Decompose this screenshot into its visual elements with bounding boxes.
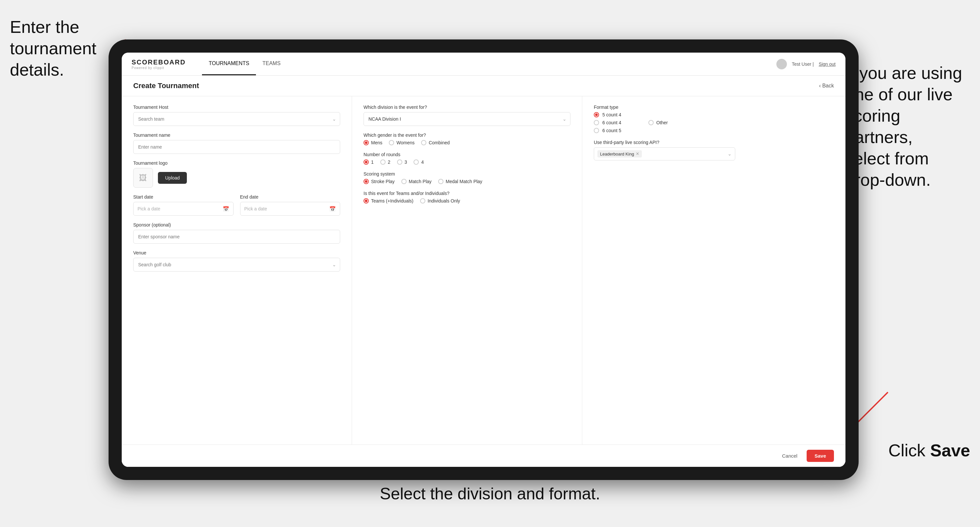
avatar [776, 59, 787, 69]
nav-logo-title: SCOREBOARD [132, 59, 186, 66]
start-date-placeholder: Pick a date [137, 206, 220, 211]
end-date-placeholder: Pick a date [244, 206, 327, 211]
live-scoring-label: Use third-party live scoring API? [594, 140, 735, 145]
cancel-button[interactable]: Cancel [777, 450, 803, 462]
tab-teams[interactable]: TEAMS [256, 52, 287, 75]
venue-group: Venue [133, 250, 340, 271]
rounds-1[interactable]: 1 [364, 159, 374, 165]
tag-close-icon[interactable]: × [636, 151, 639, 157]
annotation-topleft: Enter the tournament details. [10, 16, 102, 81]
end-date-label: End date [240, 194, 340, 200]
other-radio[interactable] [648, 120, 654, 125]
scoring-group: Scoring system Stroke Play Match Play [364, 171, 570, 184]
scoring-match[interactable]: Match Play [401, 179, 432, 184]
rounds-label: Number of rounds [364, 152, 570, 157]
annotation-bottomcenter: Select the division and format. [380, 484, 600, 504]
scoring-stroke[interactable]: Stroke Play [364, 179, 395, 184]
rounds-4[interactable]: 4 [414, 159, 424, 165]
format-5count4-radio[interactable] [594, 112, 599, 117]
page-header: Create Tournament ‹ Back [122, 76, 845, 96]
end-date-input[interactable]: Pick a date 📅 [240, 202, 340, 216]
teams-group: Is this event for Teams and/or Individua… [364, 190, 570, 203]
venue-input[interactable] [133, 258, 340, 271]
format-6count5-radio[interactable] [594, 128, 599, 133]
teams-plus-individuals[interactable]: Teams (+Individuals) [364, 198, 414, 203]
venue-label: Venue [133, 250, 340, 256]
scoring-tag: Leaderboard King × [597, 150, 642, 157]
tournament-logo-group: Tournament logo 🖼 Upload [133, 160, 340, 188]
back-link[interactable]: ‹ Back [819, 83, 834, 89]
scoring-radio-group: Stroke Play Match Play Medal Match Play [364, 179, 570, 184]
start-date-input[interactable]: Pick a date 📅 [133, 202, 234, 216]
chevron-down-icon: ⌄ [728, 151, 732, 157]
individuals-only[interactable]: Individuals Only [420, 198, 460, 203]
tournament-name-input[interactable] [133, 140, 340, 154]
format-type-label: Format type [594, 105, 735, 110]
tournament-logo-label: Tournament logo [133, 160, 340, 166]
tablet-screen: SCOREBOARD Powered by clippit TOURNAMENT… [122, 52, 845, 467]
sponsor-group: Sponsor (optional) [133, 222, 340, 244]
tournament-name-label: Tournament name [133, 132, 340, 138]
gender-mens-radio[interactable] [364, 140, 369, 145]
format-6count4[interactable]: 6 count 4 [594, 120, 635, 125]
gender-group: Which gender is the event for? Mens Wome… [364, 132, 570, 145]
tablet-frame: SCOREBOARD Powered by clippit TOURNAMENT… [108, 40, 859, 480]
rounds-1-radio[interactable] [364, 159, 369, 165]
live-scoring-group: Use third-party live scoring API? Leader… [594, 140, 735, 160]
scoring-label: Scoring system [364, 171, 570, 176]
individuals-only-radio[interactable] [420, 198, 425, 203]
nav-logo: SCOREBOARD Powered by clippit [132, 59, 186, 70]
format-6count4-radio[interactable] [594, 120, 599, 125]
rounds-3-radio[interactable] [397, 159, 402, 165]
logo-preview: 🖼 [133, 168, 153, 188]
form-area: Tournament Host Tournament name Tourname… [122, 96, 845, 444]
division-input[interactable] [364, 112, 570, 126]
sponsor-input[interactable] [133, 230, 340, 244]
other-option[interactable]: Other [648, 120, 668, 125]
format-type-group: Format type 5 count 4 6 count 4 [594, 105, 735, 133]
gender-womens[interactable]: Womens [389, 140, 415, 145]
form-col-mid: Which division is the event for? Which g… [352, 96, 582, 444]
tournament-host-input-wrapper [133, 112, 340, 126]
teams-radio-group: Teams (+Individuals) Individuals Only [364, 198, 570, 203]
end-date-group: End date Pick a date 📅 [240, 194, 340, 216]
rounds-2[interactable]: 2 [380, 159, 390, 165]
live-scoring-input[interactable]: Leaderboard King × ⌄ [594, 147, 735, 160]
form-footer: Cancel Save [122, 444, 845, 467]
gender-radio-group: Mens Womens Combined [364, 140, 570, 145]
image-icon: 🖼 [139, 173, 147, 183]
save-button[interactable]: Save [807, 450, 834, 462]
gender-combined[interactable]: Combined [421, 140, 450, 145]
gender-combined-radio[interactable] [421, 140, 426, 145]
date-row: Start date Pick a date 📅 End date Pick a… [133, 194, 340, 216]
gender-mens[interactable]: Mens [364, 140, 382, 145]
page-content: Create Tournament ‹ Back Tournament Host… [122, 76, 845, 467]
annotation-topright: If you are using one of our live scoring… [845, 62, 970, 190]
scoring-medal-match-radio[interactable] [438, 179, 444, 184]
tournament-host-label: Tournament Host [133, 105, 340, 110]
annotation-bottomright: Click Save [888, 440, 970, 461]
division-group: Which division is the event for? [364, 105, 570, 126]
tab-tournaments[interactable]: TOURNAMENTS [202, 52, 256, 75]
rounds-4-radio[interactable] [414, 159, 419, 165]
format-6count5[interactable]: 6 count 5 [594, 128, 635, 133]
rounds-group: Number of rounds 1 2 [364, 152, 570, 165]
rounds-3[interactable]: 3 [397, 159, 407, 165]
page-title: Create Tournament [133, 81, 199, 90]
form-col-left: Tournament Host Tournament name Tourname… [122, 96, 352, 444]
gender-womens-radio[interactable] [389, 140, 394, 145]
venue-input-wrapper [133, 258, 340, 271]
rounds-2-radio[interactable] [380, 159, 385, 165]
scoring-match-radio[interactable] [401, 179, 407, 184]
calendar-icon: 📅 [223, 206, 229, 212]
scoring-stroke-radio[interactable] [364, 179, 369, 184]
format-5count4[interactable]: 5 count 4 [594, 112, 635, 117]
teams-plus-radio[interactable] [364, 198, 369, 203]
upload-button[interactable]: Upload [158, 172, 187, 184]
format-other-row: 5 count 4 6 count 4 6 count 5 [594, 112, 735, 133]
sponsor-label: Sponsor (optional) [133, 222, 340, 227]
scoring-medal-match[interactable]: Medal Match Play [438, 179, 482, 184]
nav-logo-sub: Powered by clippit [132, 66, 186, 70]
signout-link[interactable]: Sign out [819, 62, 835, 67]
tournament-host-input[interactable] [133, 112, 340, 126]
